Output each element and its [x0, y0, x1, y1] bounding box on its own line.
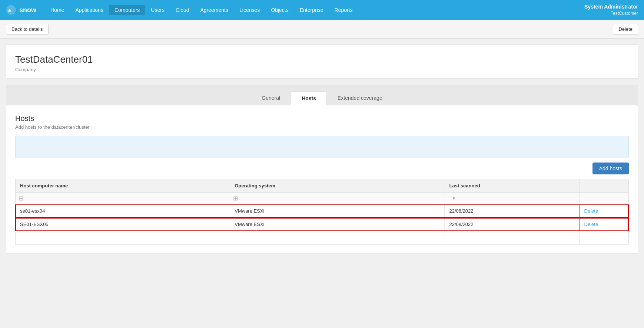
host-name-cell	[16, 231, 230, 245]
hosts-section-subtitle: Add hosts to the datacenter/cluster	[15, 124, 629, 130]
col-header-host: Host computer name	[16, 179, 230, 193]
hosts-table: Host computer name Operating system Last…	[15, 179, 629, 245]
filter-host-cell: ⊞	[16, 193, 230, 204]
nav-links: Home Applications Computers Users Cloud …	[45, 5, 584, 15]
table-row: SE01-ESX05 VMware ESXi 22/08/2022 Delete	[16, 218, 629, 231]
user-name: System Administrator	[584, 3, 638, 11]
last-scanned-cell: 22/08/2022	[445, 218, 580, 231]
user-info: System Administrator TestCustomer	[584, 3, 638, 17]
top-navigation: ❄ snow Home Applications Computers Users…	[0, 0, 644, 20]
page-subtitle: Company	[15, 67, 629, 72]
nav-applications[interactable]: Applications	[70, 5, 109, 15]
table-row: se01-esx04 VMware ESXi 22/08/2022 Delete	[16, 204, 629, 218]
col-header-action	[580, 179, 628, 193]
last-scanned-cell	[445, 231, 580, 245]
customer-name: TestCustomer	[584, 10, 638, 17]
logo-text: snow	[19, 6, 36, 14]
toolbar: Back to details Delete	[0, 20, 644, 39]
add-hosts-row: Add hosts	[15, 163, 629, 174]
page-title-card: TestDataCenter01 Company	[6, 45, 638, 79]
filter-scanned-select[interactable]: = ▼	[448, 196, 577, 201]
filter-action-cell	[580, 193, 628, 204]
hosts-content: Hosts Add hosts to the datacenter/cluste…	[6, 105, 638, 253]
filter-os-cell: ⊞	[230, 193, 445, 204]
main-content: TestDataCenter01 Company General Hosts E…	[0, 39, 644, 266]
host-name-cell: se01-esx04	[16, 204, 230, 218]
host-name-cell: SE01-ESX05	[16, 218, 230, 231]
os-cell: VMware ESXi	[230, 218, 445, 231]
col-header-os: Operating system	[230, 179, 445, 193]
back-to-details-button[interactable]: Back to details	[6, 24, 49, 35]
col-header-scanned: Last scanned	[445, 179, 580, 193]
tabs-wrapper: General Hosts Extended coverage	[6, 85, 638, 105]
delete-row-button[interactable]: Delete	[584, 222, 598, 227]
add-hosts-button[interactable]: Add hosts	[592, 163, 629, 174]
table-header-row: Host computer name Operating system Last…	[16, 179, 629, 193]
search-area	[15, 136, 629, 158]
card-header: TestDataCenter01 Company	[6, 45, 638, 79]
nav-enterprise[interactable]: Enterprise	[295, 5, 329, 15]
hosts-section-title: Hosts	[15, 114, 629, 123]
nav-cloud[interactable]: Cloud	[170, 5, 195, 15]
filter-host-icon: ⊞	[19, 195, 23, 201]
filter-row: ⊞ ⊞ = ▼	[16, 193, 629, 204]
action-cell: Delete	[580, 204, 628, 218]
os-cell	[230, 231, 445, 245]
filter-scanned-cell: = ▼	[445, 193, 580, 204]
filter-equals-sign: =	[448, 196, 451, 201]
filter-dropdown-icon: ▼	[452, 196, 456, 200]
os-cell: VMware ESXi	[230, 204, 445, 218]
hosts-section-card: Hosts Add hosts to the datacenter/cluste…	[6, 105, 638, 254]
nav-home[interactable]: Home	[45, 5, 69, 15]
logo[interactable]: ❄ snow	[6, 5, 36, 15]
nav-agreements[interactable]: Agreements	[195, 5, 233, 15]
filter-os-icon: ⊞	[233, 195, 238, 201]
nav-computers[interactable]: Computers	[109, 5, 145, 15]
snow-logo-icon: ❄	[6, 5, 16, 15]
action-cell	[580, 231, 628, 245]
last-scanned-cell: 22/08/2022	[445, 204, 580, 218]
delete-button[interactable]: Delete	[613, 24, 638, 35]
table-row	[16, 231, 629, 245]
tab-hosts[interactable]: Hosts	[291, 91, 327, 105]
tab-general[interactable]: General	[251, 91, 291, 105]
nav-objects[interactable]: Objects	[266, 5, 293, 15]
svg-text:❄: ❄	[8, 9, 11, 13]
action-cell: Delete	[580, 218, 628, 231]
delete-row-button[interactable]: Delete	[584, 208, 598, 214]
tabs-container: General Hosts Extended coverage	[12, 85, 632, 105]
nav-reports[interactable]: Reports	[329, 5, 358, 15]
page-title: TestDataCenter01	[15, 54, 629, 65]
nav-users[interactable]: Users	[146, 5, 170, 15]
tab-extended-coverage[interactable]: Extended coverage	[327, 91, 393, 105]
nav-licenses[interactable]: Licenses	[234, 5, 265, 15]
